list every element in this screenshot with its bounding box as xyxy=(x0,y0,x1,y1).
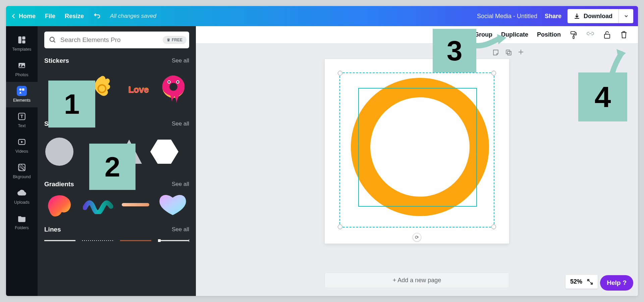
zoom-value: 52% xyxy=(570,278,582,285)
home-label: Home xyxy=(19,13,36,20)
lines-title: Lines xyxy=(44,226,61,233)
gradients-see-all[interactable]: See all xyxy=(172,181,189,188)
link-icon xyxy=(586,32,594,38)
folders-icon xyxy=(17,213,27,223)
gradient-item[interactable] xyxy=(157,192,190,217)
text-icon: T xyxy=(17,111,27,121)
nav-photos[interactable]: Photos xyxy=(6,56,38,82)
sticker-item[interactable]: Love xyxy=(123,73,154,107)
resize-handle-bl[interactable] xyxy=(338,224,342,229)
line-item[interactable] xyxy=(44,237,75,244)
annotation-1: 1 xyxy=(48,81,95,128)
annotation-4-arrow xyxy=(604,48,628,74)
home-button[interactable]: Home xyxy=(11,13,36,20)
nav-videos[interactable]: Videos xyxy=(6,133,38,158)
download-group: Download xyxy=(568,9,633,23)
file-menu[interactable]: File xyxy=(45,13,55,20)
shape-hexagon[interactable] xyxy=(149,137,179,167)
sticker-item[interactable] xyxy=(158,73,189,107)
resize-menu[interactable]: Resize xyxy=(65,13,84,20)
love-text-icon: Love xyxy=(123,82,154,98)
undo-button[interactable] xyxy=(93,12,101,21)
svg-text:T: T xyxy=(20,114,23,119)
uploads-icon xyxy=(17,188,27,198)
templates-icon xyxy=(17,35,27,45)
resize-handle-br[interactable] xyxy=(491,224,496,229)
search-bar: ♛ FREE xyxy=(44,32,189,48)
svg-rect-33 xyxy=(571,31,575,34)
svg-rect-31 xyxy=(189,239,189,242)
svg-rect-2 xyxy=(22,40,25,43)
gradient-item[interactable] xyxy=(44,192,77,217)
gradients-title: Gradients xyxy=(44,181,74,188)
trash-icon xyxy=(621,31,627,39)
download-icon xyxy=(574,13,580,19)
rotate-handle[interactable]: ⟳ xyxy=(413,233,421,242)
annotation-3-arrow xyxy=(475,33,507,51)
nav-uploads[interactable]: Uploads xyxy=(6,184,38,209)
page-add-button[interactable] xyxy=(518,49,524,57)
help-button[interactable]: Help ? xyxy=(600,275,633,291)
annotation-2: 2 xyxy=(89,144,136,190)
download-button[interactable]: Download xyxy=(568,9,619,23)
svg-point-12 xyxy=(50,37,54,42)
share-button[interactable]: Share xyxy=(545,13,561,20)
photos-icon xyxy=(17,60,27,70)
canvas-stage[interactable]: ⟳ + Add a new page 52% Help ? xyxy=(196,44,638,296)
search-input[interactable] xyxy=(60,36,159,44)
bkground-icon xyxy=(17,162,27,172)
add-page-button[interactable]: + Add a new page xyxy=(325,272,509,288)
lock-button[interactable] xyxy=(603,31,611,39)
position-button[interactable]: Position xyxy=(537,31,561,38)
free-badge-label: FREE xyxy=(172,38,182,42)
line-item[interactable] xyxy=(158,237,189,244)
nav-templates[interactable]: Templates xyxy=(6,31,38,56)
selection-box-inner[interactable] xyxy=(358,88,477,207)
svg-marker-24 xyxy=(150,140,178,164)
gradient-item[interactable] xyxy=(119,192,152,217)
question-icon: ? xyxy=(623,279,627,287)
crown-icon: ♛ xyxy=(167,38,170,42)
nav-folders-label: Folders xyxy=(15,225,29,230)
resize-handle-tr[interactable] xyxy=(491,71,496,76)
free-badge[interactable]: ♛ FREE xyxy=(163,36,186,44)
svg-point-5 xyxy=(19,89,22,91)
resize-handle-tl[interactable] xyxy=(338,71,342,76)
donut-icon xyxy=(159,75,187,105)
line-item[interactable] xyxy=(120,237,151,244)
svg-point-17 xyxy=(169,83,177,91)
nav-bkground[interactable]: Bkground xyxy=(6,158,38,184)
nav-bkground-label: Bkground xyxy=(13,174,31,179)
svg-marker-40 xyxy=(497,34,506,44)
svg-rect-6 xyxy=(22,89,24,91)
zoom-control[interactable]: 52% xyxy=(566,275,598,289)
nav-elements[interactable]: Elements xyxy=(6,82,38,107)
gradient-item[interactable] xyxy=(82,192,115,217)
expand-icon xyxy=(587,279,593,285)
svg-rect-34 xyxy=(573,36,574,38)
shapes-see-all[interactable]: See all xyxy=(172,120,189,127)
nav-text[interactable]: T Text xyxy=(6,107,38,133)
lines-see-all[interactable]: See all xyxy=(172,226,189,233)
copy-style-button[interactable] xyxy=(570,31,578,39)
shape-circle[interactable] xyxy=(44,137,74,167)
nav-templates-label: Templates xyxy=(12,47,32,52)
canvas-page[interactable]: ⟳ xyxy=(325,59,509,244)
download-dropdown[interactable] xyxy=(619,9,633,23)
line-item[interactable] xyxy=(82,237,113,244)
plus-icon xyxy=(518,49,524,55)
svg-rect-35 xyxy=(604,34,610,38)
elements-icon xyxy=(17,86,27,96)
link-button[interactable] xyxy=(586,31,594,39)
annotation-3: 3 xyxy=(433,29,476,72)
nav-text-label: Text xyxy=(18,123,26,128)
stickers-see-all[interactable]: See all xyxy=(172,57,189,64)
document-title[interactable]: Social Media - Untitled xyxy=(477,13,537,20)
sticker-item[interactable] xyxy=(92,73,119,107)
nav-uploads-label: Uploads xyxy=(14,200,30,205)
ok-hand-icon xyxy=(93,75,118,105)
svg-point-21 xyxy=(177,81,179,83)
delete-button[interactable] xyxy=(620,31,628,39)
svg-rect-25 xyxy=(122,203,149,206)
nav-folders[interactable]: Folders xyxy=(6,209,38,235)
